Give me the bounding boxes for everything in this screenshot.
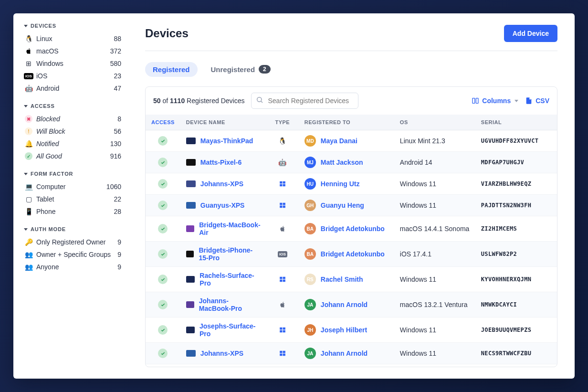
col-registered-to[interactable]: REGISTERED TO <box>299 115 394 130</box>
sidebar-item-macos[interactable]: macOS372 <box>24 45 128 57</box>
svg-rect-14 <box>283 280 285 282</box>
add-device-button[interactable]: Add Device <box>504 25 557 42</box>
device-name-link[interactable]: Johanns-XPS <box>200 350 243 357</box>
page-title: Devices <box>145 27 189 40</box>
table-row[interactable]: Johanns-XPSJAJohann ArnoldWindows 11NECS… <box>146 343 557 364</box>
device-name-link[interactable]: Johanns-XPS <box>200 180 243 188</box>
sidebar-item-icon: 🐧 <box>24 35 33 42</box>
access-ok-icon <box>158 275 168 284</box>
sidebar-item-count: 28 <box>114 208 121 215</box>
sidebar-section-form-factor[interactable]: FORM FACTOR <box>24 171 128 177</box>
toolbar: 50 of 1110 Registered Devices Columns <box>146 87 557 115</box>
user-link[interactable]: Johann Arnold <box>321 350 368 357</box>
device-name-link[interactable]: Guanyus-XPS <box>200 201 245 209</box>
serial-cell: VIARZHBLHW9EQZ <box>475 173 557 195</box>
sidebar-item-icon: 🔑 <box>24 238 33 246</box>
user-link[interactable]: Henning Utz <box>321 180 360 188</box>
sidebar-section-auth-mode[interactable]: AUTH MODE <box>24 226 128 232</box>
table-row[interactable]: Rachels-Surface-ProRSRachel SmithWindows… <box>146 267 557 292</box>
sidebar-item-count: 22 <box>114 195 121 203</box>
device-name-link[interactable]: Mayas-ThinkPad <box>200 137 253 145</box>
device-name-link[interactable]: Josephs-Surface-Pro <box>200 322 261 338</box>
sidebar-item-count: 9 <box>117 251 121 258</box>
sidebar-item-count: 9 <box>117 263 121 271</box>
user-link[interactable]: Maya Danai <box>321 137 357 145</box>
sidebar-item-count: 580 <box>110 60 121 67</box>
user-link[interactable]: Bridget Adetokunbo <box>321 225 385 233</box>
svg-rect-18 <box>283 330 285 333</box>
table-row[interactable]: Guanyus-XPSGHGuanyu HengWindows 11PAJDTT… <box>146 195 557 216</box>
tab-registered[interactable]: Registered <box>145 62 198 77</box>
sidebar-item-icon: 👥 <box>24 263 33 271</box>
sidebar-item-linux[interactable]: 🐧Linux88 <box>24 32 128 45</box>
device-name-link[interactable]: Matts-Pixel-6 <box>200 159 242 166</box>
csv-button[interactable]: CSV <box>525 97 549 105</box>
device-name-link[interactable]: Bridgets-MacBook-Air <box>199 221 261 236</box>
sidebar-item-blocked[interactable]: ✖Blocked8 <box>24 113 128 125</box>
device-name-link[interactable]: Johanns-MacBook-Pro <box>199 297 261 312</box>
sidebar-item-only-registered-owner[interactable]: 🔑Only Registered Owner9 <box>24 236 128 248</box>
sidebar-item-label: Phone <box>36 208 114 215</box>
sidebar-item-label: iOS <box>36 72 114 80</box>
serial-cell: PAJDTTSN2NW3FH <box>475 195 557 216</box>
table-row[interactable]: Matts-Pixel-6🤖MJMatt JacksonAndroid 14MD… <box>146 152 557 173</box>
table-row[interactable]: Johanns-MacBook-ProJAJohann ArnoldmacOS … <box>146 292 557 318</box>
svg-rect-1 <box>472 98 475 104</box>
user-link[interactable]: Bridget Adetokunbo <box>321 250 385 258</box>
os-cell: macOS 14.4.1 Sonoma <box>394 216 475 242</box>
col-access[interactable]: ACCESS <box>146 115 180 130</box>
col-os[interactable]: OS <box>394 115 475 130</box>
device-name-link[interactable]: Bridgets-iPhone-15-Pro <box>199 246 260 262</box>
sidebar-item-owner-specific-groups[interactable]: 👥Owner + Specific Groups9 <box>24 248 128 261</box>
sidebar-item-ios[interactable]: iOSiOS23 <box>24 70 128 82</box>
sidebar-item-will-block[interactable]: !Will Block56 <box>24 125 128 138</box>
avatar: MJ <box>304 157 316 168</box>
sidebar-item-all-good[interactable]: ✓All Good916 <box>24 150 128 162</box>
search-input[interactable] <box>251 93 358 109</box>
table-row[interactable]: Jasons-MacBook-ProJSJason SchmidtmacOS 1… <box>146 364 557 368</box>
avatar: JH <box>304 324 316 336</box>
user-link[interactable]: Rachel Smith <box>321 275 363 283</box>
col-type[interactable]: TYPE <box>266 115 299 130</box>
user-link[interactable]: Johann Arnold <box>321 301 368 308</box>
sidebar-item-android[interactable]: 🤖Android47 <box>24 82 128 95</box>
access-ok-icon <box>158 179 168 189</box>
chevron-down-icon <box>514 100 518 102</box>
access-ok-icon <box>158 224 168 233</box>
sidebar-item-label: Anyone <box>36 263 117 271</box>
device-name-link[interactable]: Rachels-Surface-Pro <box>200 272 260 287</box>
table-row[interactable]: Bridgets-iPhone-15-ProiOSBABridget Adeto… <box>146 242 557 267</box>
svg-rect-2 <box>476 98 479 104</box>
table-row[interactable]: Bridgets-MacBook-AirBABridget Adetokunbo… <box>146 216 557 242</box>
tab-unregistered[interactable]: Unregistered 2 <box>203 62 278 77</box>
device-thumb-icon <box>186 159 196 166</box>
columns-button[interactable]: Columns <box>472 97 518 105</box>
table-row[interactable]: Johanns-XPSHUHenning UtzWindows 11VIARZH… <box>146 173 557 195</box>
col-serial[interactable]: SERIAL <box>475 115 557 130</box>
sidebar-item-anyone[interactable]: 👥Anyone9 <box>24 261 128 273</box>
result-count: 50 of 1110 Registered Devices <box>153 97 244 105</box>
sidebar-item-windows[interactable]: ⊞Windows580 <box>24 57 128 70</box>
sidebar-item-label: Will Block <box>36 127 114 135</box>
user-link[interactable]: Guanyu Heng <box>321 201 364 209</box>
sidebar-item-computer[interactable]: 💻Computer1060 <box>24 180 128 193</box>
sidebar: DEVICES🐧Linux88macOS372⊞Windows580iOSiOS… <box>13 13 128 379</box>
table-row[interactable]: Mayas-ThinkPad🐧MDMaya DanaiLinux Mint 21… <box>146 130 557 152</box>
device-type-icon: 🐧 <box>272 137 293 145</box>
device-type-icon <box>272 350 293 357</box>
sidebar-item-phone[interactable]: 📱Phone28 <box>24 205 128 218</box>
user-link[interactable]: Matt Jackson <box>321 159 363 166</box>
svg-rect-6 <box>283 184 285 187</box>
sidebar-item-label: Notified <box>36 140 110 148</box>
table-header-row: ACCESS DEVICE NAME TYPE REGISTERED TO OS… <box>146 115 557 130</box>
avatar: RS <box>304 274 316 285</box>
table-row[interactable]: Josephs-Surface-ProJHJoseph HilbertWindo… <box>146 318 557 343</box>
sidebar-section-devices[interactable]: DEVICES <box>24 23 128 29</box>
sidebar-item-notified[interactable]: 🔔Notified130 <box>24 138 128 150</box>
access-ok-icon <box>158 158 168 167</box>
user-link[interactable]: Joseph Hilbert <box>321 326 367 334</box>
sidebar-item-tablet[interactable]: ▢Tablet22 <box>24 193 128 205</box>
avatar: JA <box>304 299 316 310</box>
sidebar-section-access[interactable]: ACCESS <box>24 103 128 109</box>
col-device-name[interactable]: DEVICE NAME <box>180 115 266 130</box>
